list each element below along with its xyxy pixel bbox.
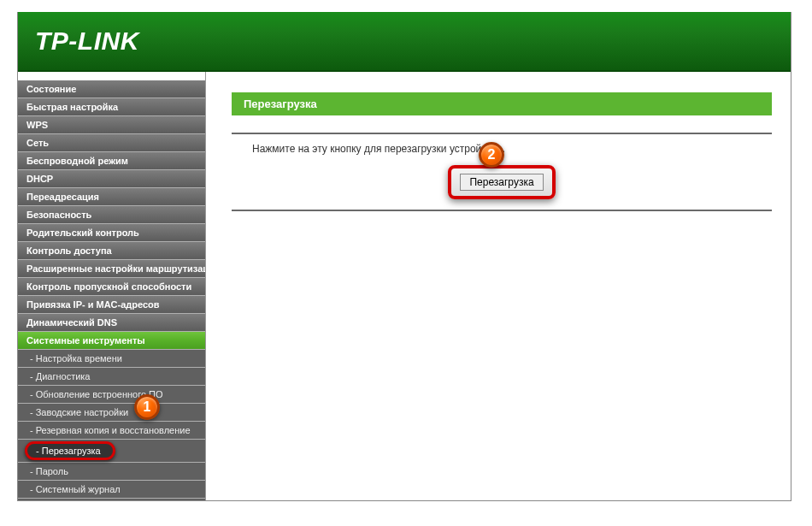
header-bar: TP-LINK [18, 12, 791, 72]
sidebar-item[interactable]: - Пароль [18, 463, 205, 481]
sidebar-item[interactable]: Привязка IP- и MAC-адресов [18, 296, 205, 314]
sidebar-nav: СостояниеБыстрая настройкаWPSСетьБеспров… [18, 72, 206, 500]
sidebar-item[interactable]: - Обновление встроенного ПО [18, 386, 205, 404]
divider [232, 115, 772, 134]
sidebar-item[interactable]: - Диагностика [18, 368, 205, 386]
body-row: СостояниеБыстрая настройкаWPSСетьБеспров… [18, 72, 791, 500]
content-area: Перезагрузка Нажмите на эту кнопку для п… [206, 72, 791, 500]
sidebar-item[interactable]: - Статистика [18, 499, 205, 500]
page-title: Перезагрузка [232, 92, 772, 115]
sidebar-item[interactable]: Быстрая настройка [18, 98, 205, 116]
sidebar-item[interactable]: Системные инструменты [18, 332, 205, 350]
sidebar-item[interactable]: Динамический DNS [18, 314, 205, 332]
sidebar-item[interactable]: Контроль доступа [18, 242, 205, 260]
brand-logo: TP-LINK [35, 27, 139, 56]
sidebar-item[interactable]: Расширенные настройки маршрутизации [18, 260, 205, 278]
sidebar-item[interactable]: - Заводские настройки [18, 404, 205, 422]
sidebar-item[interactable]: Беспроводной режим [18, 152, 205, 170]
sidebar-item[interactable]: - Системный журнал [18, 481, 205, 499]
sidebar-item[interactable]: - Настройка времени [18, 350, 205, 368]
sidebar-item[interactable]: Состояние [18, 80, 205, 98]
sidebar-item[interactable]: Сеть [18, 134, 205, 152]
sidebar-item[interactable]: DHCP [18, 170, 205, 188]
sidebar-item[interactable]: Родительский контроль [18, 224, 205, 242]
sidebar-item[interactable]: Контроль пропускной способности [18, 278, 205, 296]
callout-badge-2: 2 [479, 142, 504, 168]
callout-badge-1: 1 [134, 394, 160, 420]
sidebar-item[interactable]: Переадресация [18, 188, 205, 206]
sidebar-item-reboot[interactable]: - Перезагрузка [18, 440, 205, 463]
sidebar-item[interactable]: WPS [18, 116, 205, 134]
app-frame: TP-LINK СостояниеБыстрая настройкаWPSСет… [17, 12, 791, 501]
reboot-button-highlight: Перезагрузка [448, 165, 555, 199]
sidebar-item[interactable]: Безопасность [18, 206, 205, 224]
sidebar-item[interactable]: - Резервная копия и восстановление [18, 422, 205, 440]
sidebar-item-label: - Перезагрузка [25, 441, 115, 460]
reboot-button[interactable]: Перезагрузка [460, 174, 543, 191]
button-row: Перезагрузка [232, 162, 772, 211]
